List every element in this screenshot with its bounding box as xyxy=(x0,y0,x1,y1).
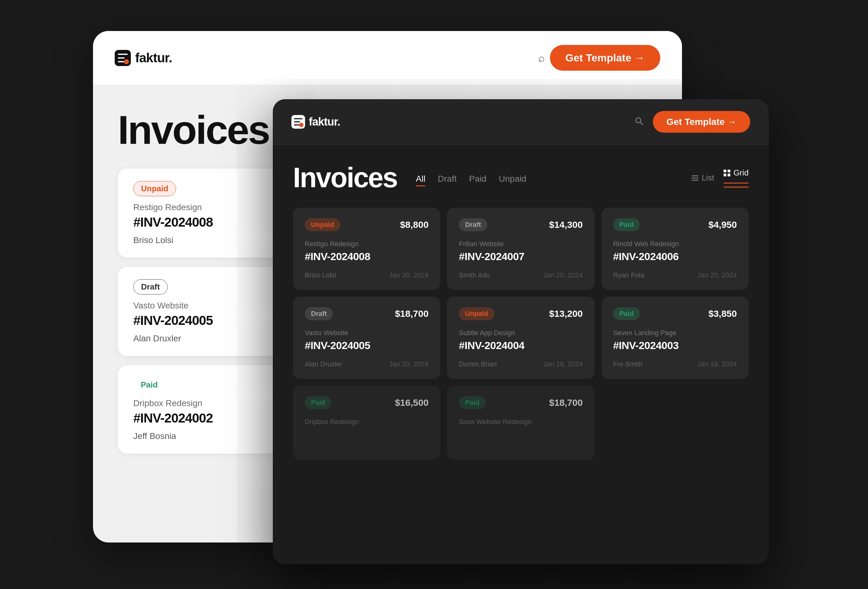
logo-icon-dark xyxy=(291,115,305,128)
status-badge: Draft xyxy=(305,307,333,320)
invoice-project: Restigo Redesign xyxy=(305,240,428,248)
card-top: Paid $4,950 xyxy=(613,218,737,231)
status-badge: Paid xyxy=(133,378,165,392)
invoice-project: Subtle App Design xyxy=(459,329,583,337)
list-item[interactable]: Paid $4,950 Rinold Web Redesign #INV-202… xyxy=(601,208,748,290)
card-top: Paid $18,700 xyxy=(459,396,583,409)
invoice-id xyxy=(459,428,583,440)
invoice-id xyxy=(305,428,428,440)
page-title: Invoices xyxy=(293,162,397,194)
grid-icon xyxy=(723,170,730,176)
status-badge: Unpaid xyxy=(459,307,495,320)
status-badge: Paid xyxy=(613,307,640,320)
list-item[interactable]: Draft $18,700 Vasto Website #INV-2024005… xyxy=(293,297,440,379)
invoice-grid: Unpaid $8,800 Restigo Redesign #INV-2024… xyxy=(293,208,748,460)
svg-line-5 xyxy=(640,122,643,125)
svg-rect-7 xyxy=(692,178,698,179)
invoice-id: #INV-2024003 xyxy=(613,340,737,351)
invoice-date: Jan 18, 2024 xyxy=(543,360,583,368)
status-badge: Paid xyxy=(613,218,640,231)
card-top: Draft $18,700 xyxy=(305,307,428,320)
light-search-area: ⌕ Get Template → xyxy=(538,45,660,71)
tab-paid[interactable]: Paid xyxy=(469,174,486,186)
dark-header: faktur. Get Template → xyxy=(273,99,769,145)
list-icon xyxy=(692,174,698,182)
invoice-client: Ryan Fola xyxy=(613,271,644,279)
invoice-id: #INV-2024005 xyxy=(305,340,428,351)
dark-content: Invoices All Draft Paid Unpaid xyxy=(273,145,769,477)
search-icon-light[interactable]: ⌕ xyxy=(538,52,545,65)
card-top: Draft $14,300 xyxy=(459,218,583,231)
invoice-amount: $16,500 xyxy=(395,397,428,408)
invoice-amount: $3,850 xyxy=(709,309,737,319)
status-badge: Paid xyxy=(459,396,486,409)
logo-icon-light xyxy=(115,50,131,66)
search-icon-dark[interactable] xyxy=(634,116,644,128)
card-footer: Briso Lolsi Jan 20, 2024 xyxy=(305,271,428,279)
logo-text-light: faktur. xyxy=(135,50,172,65)
invoice-project: Rinold Web Redesign xyxy=(613,240,737,248)
invoices-header: Invoices All Draft Paid Unpaid xyxy=(293,162,748,194)
invoice-client: Briso Lolsi xyxy=(305,271,336,279)
status-badge: Unpaid xyxy=(305,218,340,231)
card-footer: Smith Ado Jan 20, 2024 xyxy=(459,271,583,279)
invoice-amount: $4,950 xyxy=(709,220,737,230)
get-template-button-dark[interactable]: Get Template → xyxy=(653,111,750,133)
grid-label: Grid xyxy=(734,168,748,178)
invoice-amount: $8,800 xyxy=(400,220,429,230)
invoice-amount: $14,300 xyxy=(549,220,583,230)
invoice-id: #INV-2024004 xyxy=(459,340,583,351)
invoice-client: Jeff Bosnia xyxy=(133,431,176,441)
invoice-id: #INV-2024006 xyxy=(613,251,737,263)
invoice-id: #INV-2024008 xyxy=(305,251,428,263)
tab-draft[interactable]: Draft xyxy=(438,174,457,186)
list-item[interactable]: Unpaid $13,200 Subtle App Design #INV-20… xyxy=(447,297,594,379)
list-item[interactable]: Paid $3,850 Seven Landing Page #INV-2024… xyxy=(601,297,748,379)
invoice-date: Jan 20, 2024 xyxy=(389,271,428,279)
invoice-date: Jan 20, 2024 xyxy=(389,360,428,368)
list-item[interactable]: Paid $18,700 Sova Website Redesign xyxy=(447,386,594,460)
svg-point-3 xyxy=(299,123,304,127)
card-top: Unpaid $13,200 xyxy=(459,307,583,320)
card-top: Paid $3,850 xyxy=(613,307,737,320)
light-header: faktur. ⌕ Get Template → xyxy=(93,31,682,85)
status-badge: Unpaid xyxy=(133,181,176,196)
svg-rect-8 xyxy=(692,180,698,181)
invoice-project: Seven Landing Page xyxy=(613,329,737,337)
card-footer: Fre Smith Jan 18, 2024 xyxy=(613,360,737,368)
filter-tabs: All Draft Paid Unpaid xyxy=(416,174,526,186)
tab-unpaid[interactable]: Unpaid xyxy=(499,174,526,186)
light-logo: faktur. xyxy=(115,50,172,66)
invoice-client: Domm Brian xyxy=(459,360,497,368)
invoice-project: Sova Website Redesign xyxy=(459,418,583,426)
dark-card: faktur. Get Template → Invoices All xyxy=(273,99,769,564)
invoice-project: Vasto Website xyxy=(305,329,428,337)
card-top: Unpaid $8,800 xyxy=(305,218,428,231)
list-item[interactable]: Unpaid $8,800 Restigo Redesign #INV-2024… xyxy=(293,208,440,290)
invoice-project: Frilian Website xyxy=(459,240,583,248)
svg-point-1 xyxy=(124,59,129,64)
svg-rect-12 xyxy=(728,174,730,176)
svg-rect-9 xyxy=(723,170,726,172)
invoice-id: #INV-2024007 xyxy=(459,251,583,263)
view-toggle: List Grid xyxy=(692,168,748,187)
invoice-client: Smith Ado xyxy=(459,271,490,279)
get-template-button-light[interactable]: Get Template → xyxy=(550,45,660,71)
invoice-date: Jan 20, 2024 xyxy=(698,271,737,279)
svg-rect-10 xyxy=(728,170,730,172)
invoice-client: Briso Lolsi xyxy=(133,235,173,245)
dark-logo: faktur. xyxy=(291,115,340,128)
dark-header-right: Get Template → xyxy=(634,111,750,133)
grid-view-button[interactable]: Grid xyxy=(723,168,748,187)
fade-overlay xyxy=(273,496,769,564)
invoice-project: Dripbox Redesign xyxy=(305,418,428,426)
list-view-button[interactable]: List xyxy=(692,173,714,183)
invoice-amount: $13,200 xyxy=(549,309,583,319)
invoice-amount: $18,700 xyxy=(549,397,583,408)
svg-rect-11 xyxy=(723,174,726,176)
invoice-client: Alan Druxler xyxy=(305,360,342,368)
tab-all[interactable]: All xyxy=(416,174,425,186)
list-item[interactable]: Draft $14,300 Frilian Website #INV-20240… xyxy=(447,208,594,290)
invoice-client: Alan Druxler xyxy=(133,334,181,344)
list-item[interactable]: Paid $16,500 Dripbox Redesign xyxy=(293,386,440,460)
